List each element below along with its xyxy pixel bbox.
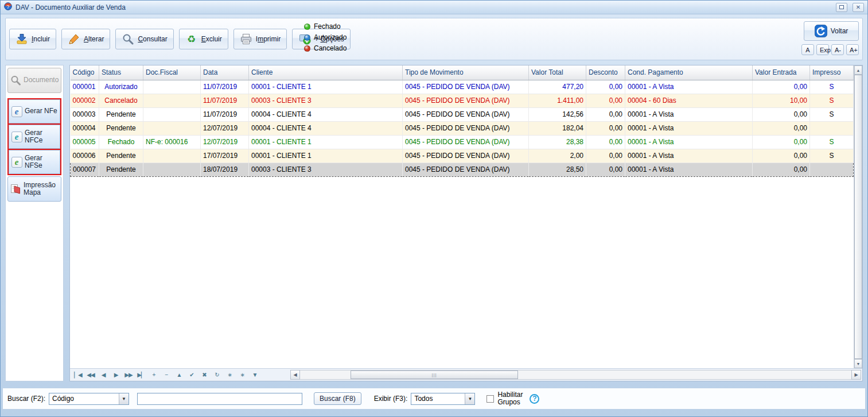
consultar-button[interactable]: Consultar [115,29,173,49]
table-row[interactable]: 000005FechadoNF-e: 00001612/07/201900001… [71,135,854,149]
cell-status[interactable]: Pendente [99,163,143,176]
cell-codigo[interactable]: 000001 [71,80,99,94]
cell-valor_entrada[interactable]: 0,00 [753,107,810,121]
table-row[interactable]: 000004Pendente12/07/201900004 - CLIENTE … [71,121,854,135]
cell-status[interactable]: Pendente [99,121,143,135]
cell-valor_entrada[interactable]: 0,00 [753,163,810,176]
column-header-data[interactable]: Data [201,65,249,80]
nav-cancel-button[interactable]: ✖ [198,370,211,380]
cell-doc_fiscal[interactable] [143,121,201,135]
cell-tipo_movimento[interactable]: 0045 - PEDIDO DE VENDA (DAV) [403,121,529,135]
sidebar-item-impressao-mapa[interactable]: Impressão Mapa [7,176,61,202]
cell-tipo_movimento[interactable]: 0045 - PEDIDO DE VENDA (DAV) [403,94,529,107]
search-field-combo[interactable]: Código ▼ [49,393,129,405]
cell-impresso[interactable]: S [810,94,854,107]
cell-data[interactable]: 12/07/2019 [201,121,249,135]
cell-impresso[interactable] [810,163,854,176]
nav-bookmark-goto-button[interactable]: ∗ [236,370,248,380]
column-header-doc_fiscal[interactable]: Doc.Fiscal [143,65,201,80]
cell-data[interactable]: 11/07/2019 [201,107,249,121]
sidebar-item-gerar-nfe[interactable]: eGerar NFe [9,99,60,123]
cell-valor_total[interactable]: 182,04 [529,121,586,135]
cell-doc_fiscal[interactable] [143,149,201,163]
cell-cond_pagamento[interactable]: 00001 - A Vista [625,80,753,94]
column-header-codigo[interactable]: Código [71,65,99,80]
column-header-impresso[interactable]: Impresso [810,65,854,80]
font-button-aminus[interactable]: A- [831,44,844,55]
cell-valor_entrada[interactable]: 0,00 [753,149,810,163]
font-button-a[interactable]: A [801,44,814,55]
hscroll-track[interactable]: ||| [300,370,851,380]
cell-codigo[interactable]: 000003 [71,107,99,121]
cell-valor_entrada[interactable]: 0,00 [753,80,810,94]
cell-desconto[interactable]: 0,00 [586,107,625,121]
table-row[interactable]: 000002Cancelado11/07/201900003 - CLIENTE… [71,94,854,107]
habilitar-grupos-checkbox[interactable] [486,395,494,403]
chevron-down-icon[interactable]: ▼ [119,393,129,404]
cell-desconto[interactable]: 0,00 [586,121,625,135]
restore-button[interactable] [836,3,847,12]
cell-desconto[interactable]: 0,00 [586,135,625,149]
nav-next-page-button[interactable]: ▶▶ [122,370,135,380]
cell-impresso[interactable]: S [810,135,854,149]
cell-desconto[interactable]: 0,00 [586,149,625,163]
hscroll-thumb[interactable]: ||| [351,370,518,379]
cell-cond_pagamento[interactable]: 00001 - A Vista [625,121,753,135]
column-header-cond_pagamento[interactable]: Cond. Pagamento [625,65,753,80]
font-button-aplus[interactable]: A+ [846,44,859,55]
cell-impresso[interactable]: S [810,80,854,94]
scroll-left-arrow[interactable]: ◀ [290,370,300,380]
cell-doc_fiscal[interactable] [143,80,201,94]
cell-desconto[interactable]: 0,00 [586,163,625,176]
cell-valor_entrada[interactable]: 10,00 [753,94,810,107]
cell-cond_pagamento[interactable]: 00001 - A Vista [625,107,753,121]
nav-prior-page-button[interactable]: ◀◀ [84,370,97,380]
cell-cond_pagamento[interactable]: 00001 - A Vista [625,149,753,163]
nav-edit-button[interactable]: ▲ [173,370,185,380]
cell-impresso[interactable]: S [810,149,854,163]
cell-codigo[interactable]: 000004 [71,121,99,135]
table-row[interactable]: 000007Pendente18/07/201900003 - CLIENTE … [71,163,854,176]
imprimir-button[interactable]: Imprimir [233,29,287,49]
table-row[interactable]: 000003Pendente11/07/201900004 - CLIENTE … [71,107,854,121]
cell-valor_total[interactable]: 2,00 [529,149,586,163]
cell-valor_entrada[interactable]: 0,00 [753,121,810,135]
cell-status[interactable]: Autorizado [99,80,143,94]
nav-insert-button[interactable]: + [147,370,160,380]
cell-tipo_movimento[interactable]: 0045 - PEDIDO DE VENDA (DAV) [403,163,529,176]
cell-data[interactable]: 12/07/2019 [201,135,249,149]
column-header-valor_total[interactable]: Valor Total [529,65,586,80]
cell-cliente[interactable]: 00004 - CLIENTE 4 [249,121,403,135]
incluir-button[interactable]: Incluir [9,29,56,49]
table-row[interactable]: 000006Pendente17/07/201900001 - CLIENTE … [71,149,854,163]
cell-cliente[interactable]: 00001 - CLIENTE 1 [249,135,403,149]
cell-tipo_movimento[interactable]: 0045 - PEDIDO DE VENDA (DAV) [403,149,529,163]
cell-valor_total[interactable]: 28,38 [529,135,586,149]
close-button[interactable]: ✕ [853,3,864,12]
vscroll-thumb[interactable] [854,75,862,359]
cell-codigo[interactable]: 000002 [71,94,99,107]
cell-data[interactable]: 17/07/2019 [201,149,249,163]
nav-refresh-button[interactable]: ↻ [211,370,223,380]
cell-cond_pagamento[interactable]: 00004 - 60 Dias [625,94,753,107]
cell-desconto[interactable]: 0,00 [586,94,625,107]
sidebar-item-gerar-nfse[interactable]: eGerar NFSe [9,150,60,174]
cell-impresso[interactable]: S [810,107,854,121]
cell-cliente[interactable]: 00004 - CLIENTE 4 [249,107,403,121]
help-icon[interactable]: ? [530,394,539,404]
cell-valor_total[interactable]: 1.411,00 [529,94,586,107]
nav-next-button[interactable]: ▶ [110,370,122,380]
chevron-down-icon[interactable]: ▼ [465,393,474,404]
cell-doc_fiscal[interactable] [143,163,201,176]
column-header-valor_entrada[interactable]: Valor Entrada [753,65,810,80]
cell-status[interactable]: Fechado [99,135,143,149]
cell-valor_total[interactable]: 477,20 [529,80,586,94]
cell-data[interactable]: 11/07/2019 [201,94,249,107]
titlebar[interactable]: ? DAV - Documento Auxiliar de Venda ✕ [1,1,867,14]
cell-cond_pagamento[interactable]: 00001 - A Vista [625,163,753,176]
sidebar-item-gerar-nfce[interactable]: eGerar NFCe [9,125,60,149]
cell-doc_fiscal[interactable] [143,94,201,107]
nav-bookmark-set-button[interactable]: ∗ [223,370,236,380]
cell-tipo_movimento[interactable]: 0045 - PEDIDO DE VENDA (DAV) [403,80,529,94]
cell-codigo[interactable]: 000007 [71,163,99,176]
